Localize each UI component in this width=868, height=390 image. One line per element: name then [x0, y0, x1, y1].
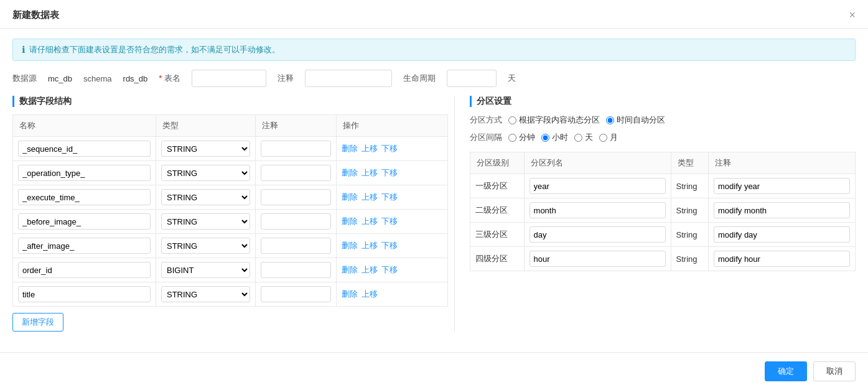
field-type-select-4[interactable]: STRINGBIGINT — [161, 238, 250, 254]
comment-input[interactable] — [305, 70, 392, 87]
partition-mode-time-label: 时间自动分区 — [617, 114, 665, 126]
field-name-cell — [13, 258, 156, 282]
pt-colname-input-1[interactable] — [530, 202, 666, 218]
field-name-input-6[interactable] — [18, 286, 151, 302]
field-name-input-3[interactable] — [18, 213, 151, 230]
field-name-cell — [13, 137, 156, 160]
pt-colname-input-0[interactable] — [530, 178, 666, 194]
pt-comment-input-3[interactable] — [714, 251, 850, 267]
up-link-4[interactable]: 上移 — [362, 240, 378, 251]
pt-comment-cell-0 — [708, 174, 855, 198]
add-field-button[interactable]: 新增字段 — [12, 313, 63, 332]
fields-section-title: 数据字段结构 — [12, 96, 448, 107]
confirm-button[interactable]: 确定 — [765, 361, 807, 381]
interval-day-radio[interactable] — [574, 134, 582, 142]
delete-link-6[interactable]: 删除 — [342, 289, 358, 300]
up-link-1[interactable]: 上移 — [362, 167, 378, 179]
main-content: 数据字段结构 名称 类型 注释 操作 STRINGBIGINT — [12, 96, 856, 332]
field-comment-input-3[interactable] — [261, 213, 331, 230]
up-link-2[interactable]: 上移 — [362, 192, 378, 203]
pt-colname-cell-1 — [524, 198, 671, 223]
up-link-3[interactable]: 上移 — [362, 216, 378, 227]
field-name-input-1[interactable] — [18, 165, 151, 181]
interval-hour-radio[interactable] — [541, 134, 549, 142]
up-link-6[interactable]: 上移 — [362, 289, 378, 300]
up-link-5[interactable]: 上移 — [362, 264, 378, 276]
table-row: STRINGBIGINT 删除 上移 下移 — [13, 210, 447, 234]
down-link-5[interactable]: 下移 — [381, 264, 398, 276]
down-link-1[interactable]: 下移 — [381, 167, 398, 179]
down-link-4[interactable]: 下移 — [381, 240, 398, 251]
field-comment-input-1[interactable] — [261, 165, 331, 181]
close-button[interactable]: × — [849, 9, 856, 22]
field-type-select-1[interactable]: STRINGBIGINTINT — [161, 165, 250, 181]
field-comment-cell — [256, 185, 337, 209]
field-action-cell: 删除 上移 下移 — [337, 261, 447, 279]
down-link-3[interactable]: 下移 — [381, 216, 398, 227]
up-link-0[interactable]: 上移 — [362, 143, 378, 154]
interval-minute[interactable]: 分钟 — [508, 132, 535, 143]
pt-level-3: 四级分区 — [470, 247, 525, 271]
field-name-input-5[interactable] — [18, 262, 151, 278]
field-name-input-2[interactable] — [18, 189, 151, 205]
field-comment-input-0[interactable] — [261, 141, 331, 157]
delete-link-5[interactable]: 删除 — [342, 264, 358, 276]
field-type-select-6[interactable]: STRINGBIGINT — [161, 286, 250, 302]
partition-mode-dynamic-label: 根据字段内容动态分区 — [519, 114, 600, 126]
interval-month-radio[interactable] — [599, 134, 607, 142]
field-comment-input-4[interactable] — [261, 238, 331, 254]
tablename-input[interactable] — [192, 70, 266, 87]
field-comment-input-5[interactable] — [261, 262, 331, 278]
delete-link-1[interactable]: 删除 — [342, 167, 358, 179]
field-name-cell — [13, 234, 156, 258]
partition-mode-time-radio[interactable] — [606, 116, 614, 124]
partition-row-0: 一级分区 String — [470, 174, 856, 198]
field-type-select-5[interactable]: STRINGBIGINT — [161, 262, 250, 278]
field-type-cell: STRINGBIGINTINT — [156, 161, 256, 185]
interval-minute-radio[interactable] — [508, 134, 516, 142]
interval-month[interactable]: 月 — [599, 132, 618, 143]
delete-link-2[interactable]: 删除 — [342, 192, 358, 203]
partition-row-2: 三级分区 String — [470, 223, 856, 247]
down-link-0[interactable]: 下移 — [381, 143, 398, 154]
partition-interval-row: 分区间隔 分钟 小时 天 月 — [470, 132, 856, 143]
field-name-input-4[interactable] — [18, 238, 151, 254]
pt-col-level: 分区级别 — [470, 152, 525, 174]
pt-colname-input-3[interactable] — [530, 251, 666, 267]
field-type-select-3[interactable]: STRINGBIGINT — [161, 213, 250, 230]
partition-mode-dynamic[interactable]: 根据字段内容动态分区 — [508, 114, 600, 126]
dialog-header: 新建数据表 × — [0, 0, 868, 29]
partition-mode-dynamic-radio[interactable] — [508, 116, 516, 124]
field-name-input-0[interactable] — [18, 141, 151, 157]
cancel-button[interactable]: 取消 — [813, 361, 856, 381]
table-row: STRINGBIGINT 删除 上移 下移 — [13, 234, 447, 258]
interval-day[interactable]: 天 — [574, 132, 593, 143]
pt-colname-cell-2 — [524, 223, 671, 247]
field-action-cell: 删除 上移 下移 — [337, 139, 447, 158]
pt-col-name: 分区列名 — [524, 152, 671, 174]
field-comment-cell — [256, 210, 337, 233]
down-link-2[interactable]: 下移 — [381, 192, 398, 203]
field-comment-input-6[interactable] — [261, 286, 331, 302]
field-comment-cell — [256, 234, 337, 258]
pt-comment-input-2[interactable] — [714, 226, 850, 243]
delete-link-0[interactable]: 删除 — [342, 143, 358, 154]
interval-minute-label: 分钟 — [519, 132, 535, 143]
partition-mode-time[interactable]: 时间自动分区 — [606, 114, 665, 126]
table-row: STRINGBIGINTINT 删除 上移 下移 — [13, 161, 447, 185]
lifecycle-input[interactable]: -永久- — [447, 70, 497, 87]
delete-link-4[interactable]: 删除 — [342, 240, 358, 251]
pt-comment-input-0[interactable] — [714, 178, 850, 194]
field-comment-input-2[interactable] — [261, 189, 331, 205]
delete-link-3[interactable]: 删除 — [342, 216, 358, 227]
pt-comment-input-1[interactable] — [714, 202, 850, 218]
pt-type-1: String — [671, 198, 708, 223]
partition-row-1: 二级分区 String — [470, 198, 856, 223]
field-type-select-0[interactable]: STRINGBIGINTINTDOUBLE — [161, 141, 250, 157]
pt-level-1: 二级分区 — [470, 198, 525, 223]
pt-comment-cell-2 — [708, 223, 855, 247]
field-type-select-2[interactable]: STRINGBIGINT — [161, 189, 250, 205]
interval-hour[interactable]: 小时 — [541, 132, 568, 143]
pt-colname-input-2[interactable] — [530, 226, 666, 243]
field-name-cell — [13, 185, 156, 209]
